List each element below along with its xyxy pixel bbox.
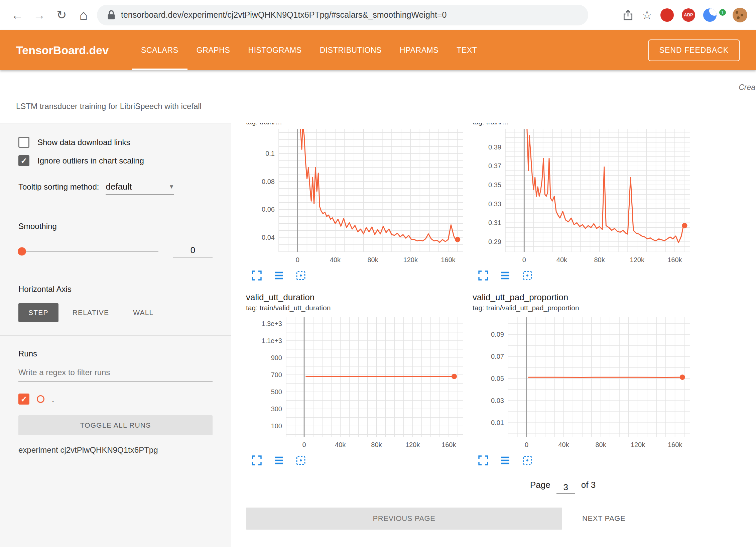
run-checkbox[interactable] bbox=[18, 394, 29, 405]
runs-list-icon[interactable] bbox=[273, 270, 284, 281]
svg-text:0.03: 0.03 bbox=[491, 397, 504, 404]
back-icon[interactable]: ← bbox=[9, 8, 26, 22]
show-download-links-checkbox[interactable] bbox=[18, 137, 29, 148]
chevron-down-icon: ▼ bbox=[169, 184, 174, 190]
tab-distributions[interactable]: DISTRIBUTIONS bbox=[311, 30, 391, 70]
haxis-relative-button[interactable]: RELATIVE bbox=[62, 303, 119, 322]
scalar-chart[interactable]: 040k80k120k160k0.040.060.080.1 bbox=[246, 128, 465, 265]
profile-avatar[interactable] bbox=[733, 8, 747, 22]
tooltip-sorting-value: default bbox=[106, 182, 132, 192]
chart-card-valid-utt-duration: valid_utt_duration tag: train/valid_utt_… bbox=[246, 291, 465, 466]
svg-text:80k: 80k bbox=[595, 441, 606, 448]
tab-histograms[interactable]: HISTOGRAMS bbox=[239, 30, 310, 70]
svg-text:0: 0 bbox=[525, 441, 528, 448]
svg-text:0.01: 0.01 bbox=[491, 419, 504, 426]
svg-text:120k: 120k bbox=[631, 441, 645, 448]
settings-sidebar: Show data download links Ignore outliers… bbox=[0, 123, 231, 547]
smoothing-value-input[interactable]: 0 bbox=[173, 245, 213, 257]
toggle-all-runs-button[interactable]: TOGGLE ALL RUNS bbox=[18, 415, 213, 435]
svg-text:160k: 160k bbox=[668, 441, 682, 448]
fit-domain-icon[interactable] bbox=[295, 270, 306, 281]
runs-label: Runs bbox=[18, 349, 213, 358]
forward-icon[interactable]: → bbox=[31, 8, 48, 22]
blue-extension-icon[interactable] bbox=[703, 8, 717, 22]
svg-text:0: 0 bbox=[302, 441, 306, 448]
svg-text:0.35: 0.35 bbox=[488, 181, 501, 189]
runs-list-icon[interactable] bbox=[500, 455, 511, 466]
tab-graphs[interactable]: GRAPHS bbox=[187, 30, 239, 70]
page-label: Page bbox=[530, 480, 550, 490]
tensorboard-header: TensorBoard.dev SCALARS GRAPHS HISTOGRAM… bbox=[0, 30, 756, 70]
fullscreen-icon[interactable] bbox=[251, 455, 262, 466]
experiment-description: LSTM transducer training for LibriSpeech… bbox=[16, 102, 202, 111]
svg-text:900: 900 bbox=[271, 354, 282, 361]
svg-text:100: 100 bbox=[271, 422, 282, 430]
svg-text:40k: 40k bbox=[558, 441, 569, 448]
share-icon[interactable] bbox=[622, 9, 634, 21]
horizontal-axis-label: Horizontal Axis bbox=[18, 285, 213, 294]
chart-tag-clipped: tag: train/… bbox=[246, 123, 465, 128]
abp-extension-icon[interactable]: ABP bbox=[682, 8, 695, 22]
svg-text:40k: 40k bbox=[335, 441, 346, 448]
fullscreen-icon[interactable] bbox=[478, 455, 489, 466]
fit-domain-icon[interactable] bbox=[522, 455, 533, 466]
runs-list-icon[interactable] bbox=[273, 455, 284, 466]
scalar-chart[interactable]: 040k80k120k160k0.290.310.330.350.370.39 bbox=[473, 128, 692, 265]
bookmark-star-icon[interactable]: ☆ bbox=[642, 8, 652, 22]
scalar-chart[interactable]: 040k80k120k160k0.010.030.050.070.09 bbox=[473, 316, 692, 450]
haxis-wall-button[interactable]: WALL bbox=[123, 303, 163, 322]
fullscreen-icon[interactable] bbox=[478, 270, 489, 281]
svg-text:0.33: 0.33 bbox=[488, 200, 501, 208]
tab-text[interactable]: TEXT bbox=[448, 30, 486, 70]
svg-text:40k: 40k bbox=[556, 256, 568, 263]
address-bar[interactable]: tensorboard.dev/experiment/cj2vtPiwQHKN9… bbox=[97, 5, 588, 25]
svg-text:0.31: 0.31 bbox=[488, 219, 501, 226]
svg-text:1.1e+3: 1.1e+3 bbox=[261, 337, 282, 344]
experiment-subheader: Crea LSTM transducer training for LibriS… bbox=[0, 70, 756, 123]
scalar-chart[interactable]: 040k80k120k160k1003005007009001.1e+31.3e… bbox=[246, 316, 465, 450]
fit-domain-icon[interactable] bbox=[295, 455, 306, 466]
next-page-button[interactable]: NEXT PAGE bbox=[574, 508, 633, 530]
pagination: Page 3 of 3 bbox=[530, 480, 756, 491]
chart-card-top-left: tag: train/… 040k80k120k160k0.040.060.08… bbox=[246, 123, 465, 281]
haxis-step-button[interactable]: STEP bbox=[18, 303, 58, 322]
fit-domain-icon[interactable] bbox=[522, 270, 533, 281]
svg-text:0.08: 0.08 bbox=[262, 178, 275, 185]
svg-text:0.39: 0.39 bbox=[488, 143, 501, 151]
tooltip-sorting-select[interactable]: default ▼ bbox=[106, 182, 174, 195]
svg-text:80k: 80k bbox=[371, 441, 382, 448]
send-feedback-button[interactable]: SEND FEEDBACK bbox=[648, 39, 740, 61]
smoothing-slider[interactable] bbox=[18, 251, 158, 252]
fullscreen-icon[interactable] bbox=[251, 270, 262, 281]
svg-text:500: 500 bbox=[271, 388, 282, 396]
svg-text:0.04: 0.04 bbox=[262, 234, 275, 241]
chart-tag: tag: train/valid_utt_duration bbox=[246, 304, 465, 312]
svg-text:0.05: 0.05 bbox=[491, 375, 504, 382]
page-number-input[interactable]: 3 bbox=[556, 482, 575, 494]
browser-toolbar: ← → ↻ ⌂ tensorboard.dev/experiment/cj2vt… bbox=[0, 0, 756, 30]
svg-text:160k: 160k bbox=[441, 256, 456, 263]
svg-text:0: 0 bbox=[296, 256, 299, 263]
run-color-icon[interactable] bbox=[37, 395, 44, 403]
runs-filter-input[interactable] bbox=[18, 364, 213, 381]
adblock-extension-icon[interactable] bbox=[660, 8, 674, 22]
svg-text:80k: 80k bbox=[368, 256, 379, 263]
page-total-label: of 3 bbox=[581, 480, 596, 490]
experiment-id-label: experiment cj2vtPiwQHKN9Q1tx6PTpg bbox=[18, 445, 213, 455]
ignore-outliers-checkbox[interactable] bbox=[18, 155, 29, 166]
svg-text:300: 300 bbox=[271, 405, 282, 413]
tab-hparams[interactable]: HPARAMS bbox=[391, 30, 448, 70]
smoothing-label: Smoothing bbox=[18, 222, 213, 231]
runs-list-icon[interactable] bbox=[500, 270, 511, 281]
svg-text:120k: 120k bbox=[403, 256, 418, 263]
smoothing-slider-thumb[interactable] bbox=[18, 247, 26, 255]
home-icon[interactable]: ⌂ bbox=[75, 7, 92, 23]
scalars-dashboard: tag: train/… 040k80k120k160k0.040.060.08… bbox=[231, 123, 756, 547]
chart-title: valid_utt_duration bbox=[246, 292, 465, 303]
lock-icon bbox=[107, 10, 116, 20]
extension-badge-count: 1 bbox=[719, 8, 727, 16]
previous-page-button[interactable]: PREVIOUS PAGE bbox=[246, 508, 562, 530]
tab-scalars[interactable]: SCALARS bbox=[132, 30, 187, 70]
svg-text:0.29: 0.29 bbox=[488, 238, 501, 245]
reload-icon[interactable]: ↻ bbox=[53, 8, 70, 22]
